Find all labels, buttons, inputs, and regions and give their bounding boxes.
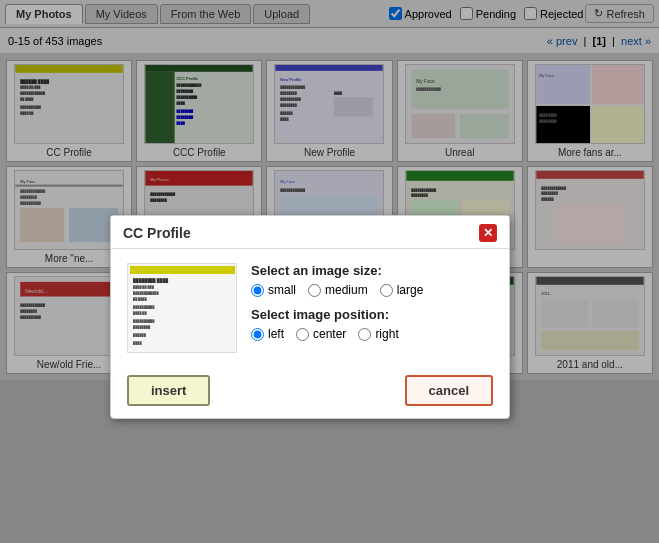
- svg-text:████ ██: ████ ██: [133, 311, 147, 315]
- svg-rect-103: [130, 266, 235, 274]
- dialog-titlebar: CC Profile ✕: [111, 216, 509, 249]
- dialog-body: ████████ ████ ████ ██ ███ ████████████ █…: [111, 249, 509, 365]
- svg-text:████████: ████████: [133, 325, 151, 329]
- svg-text:██ ████: ██ ████: [133, 297, 147, 301]
- insert-button[interactable]: insert: [127, 375, 210, 406]
- position-center-radio[interactable]: [296, 328, 309, 341]
- dialog-preview-image: ████████ ████ ████ ██ ███ ████████████ █…: [127, 263, 237, 353]
- position-section: Select image position: left center ri: [251, 307, 493, 341]
- svg-text:████: ████: [133, 341, 142, 345]
- size-radio-group: small medium large: [251, 283, 493, 297]
- size-medium-radio[interactable]: [308, 284, 321, 297]
- position-left-radio[interactable]: [251, 328, 264, 341]
- dialog-title: CC Profile: [123, 225, 191, 241]
- size-large-radio[interactable]: [380, 284, 393, 297]
- position-right-label: right: [375, 327, 398, 341]
- position-radio-group: left center right: [251, 327, 493, 341]
- position-center-label: center: [313, 327, 346, 341]
- modal-overlay: CC Profile ✕ ████████ ████ ████ ██ ███ █…: [0, 0, 659, 543]
- position-left-label: left: [268, 327, 284, 341]
- size-large-label: large: [397, 283, 424, 297]
- position-center[interactable]: center: [296, 327, 346, 341]
- svg-text:██████: ██████: [133, 333, 147, 337]
- svg-text:████████████: ████████████: [133, 291, 159, 295]
- cancel-button[interactable]: cancel: [405, 375, 493, 406]
- size-small[interactable]: small: [251, 283, 296, 297]
- size-medium-label: medium: [325, 283, 368, 297]
- image-insert-dialog: CC Profile ✕ ████████ ████ ████ ██ ███ █…: [110, 215, 510, 419]
- size-small-label: small: [268, 283, 296, 297]
- position-left[interactable]: left: [251, 327, 284, 341]
- svg-text:██████████: ██████████: [133, 319, 155, 323]
- svg-text:████ ██ ███: ████ ██ ███: [133, 285, 155, 289]
- size-medium[interactable]: medium: [308, 283, 368, 297]
- position-right-radio[interactable]: [358, 328, 371, 341]
- size-small-radio[interactable]: [251, 284, 264, 297]
- position-right[interactable]: right: [358, 327, 398, 341]
- dialog-options: Select an image size: small medium la: [251, 263, 493, 351]
- svg-text:██████████: ██████████: [133, 305, 155, 309]
- size-label: Select an image size:: [251, 263, 493, 278]
- size-section: Select an image size: small medium la: [251, 263, 493, 297]
- dialog-close-button[interactable]: ✕: [479, 224, 497, 242]
- position-label: Select image position:: [251, 307, 493, 322]
- size-large[interactable]: large: [380, 283, 424, 297]
- dialog-footer: insert cancel: [111, 365, 509, 418]
